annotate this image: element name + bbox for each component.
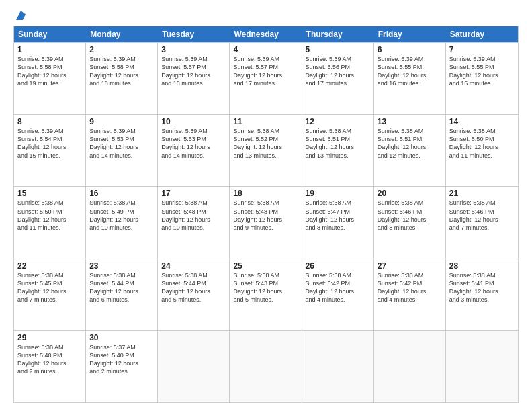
day-info: Sunrise: 5:39 AM Sunset: 5:56 PM Dayligh… — [306, 55, 370, 88]
day-cell-27: 27Sunrise: 5:38 AM Sunset: 5:42 PM Dayli… — [374, 259, 446, 330]
day-number: 21 — [449, 189, 515, 198]
logo-icon — [16, 11, 26, 20]
day-info: Sunrise: 5:38 AM Sunset: 5:48 PM Dayligh… — [161, 199, 226, 232]
day-info: Sunrise: 5:39 AM Sunset: 5:58 PM Dayligh… — [89, 55, 154, 88]
day-number: 18 — [233, 189, 298, 198]
day-cell-12: 12Sunrise: 5:38 AM Sunset: 5:51 PM Dayli… — [302, 115, 374, 186]
day-number: 17 — [161, 189, 226, 198]
day-info: Sunrise: 5:38 AM Sunset: 5:45 PM Dayligh… — [17, 271, 82, 304]
day-info: Sunrise: 5:39 AM Sunset: 5:55 PM Dayligh… — [449, 55, 515, 88]
day-cell-20: 20Sunrise: 5:38 AM Sunset: 5:46 PM Dayli… — [374, 187, 446, 258]
day-number: 12 — [306, 117, 370, 126]
header-day-tuesday: Tuesday — [158, 26, 230, 42]
header-day-wednesday: Wednesday — [230, 26, 302, 42]
day-cell-16: 16Sunrise: 5:38 AM Sunset: 5:49 PM Dayli… — [86, 187, 158, 258]
day-cell-18: 18Sunrise: 5:38 AM Sunset: 5:48 PM Dayli… — [230, 187, 302, 258]
calendar-row-2: 8Sunrise: 5:39 AM Sunset: 5:54 PM Daylig… — [14, 114, 518, 186]
day-number: 20 — [378, 189, 442, 198]
day-info: Sunrise: 5:38 AM Sunset: 5:51 PM Dayligh… — [378, 127, 442, 160]
day-number: 15 — [17, 189, 82, 198]
day-number: 8 — [17, 117, 82, 126]
header-day-sunday: Sunday — [14, 26, 86, 42]
calendar-row-1: 1Sunrise: 5:39 AM Sunset: 5:58 PM Daylig… — [14, 42, 518, 114]
day-cell-26: 26Sunrise: 5:38 AM Sunset: 5:42 PM Dayli… — [302, 259, 374, 330]
day-info: Sunrise: 5:39 AM Sunset: 5:57 PM Dayligh… — [161, 55, 226, 88]
logo-text — [13, 11, 26, 20]
day-info: Sunrise: 5:37 AM Sunset: 5:40 PM Dayligh… — [89, 343, 154, 376]
day-number: 2 — [89, 45, 154, 54]
day-number: 9 — [89, 117, 154, 126]
day-cell-22: 22Sunrise: 5:38 AM Sunset: 5:45 PM Dayli… — [14, 259, 86, 330]
header-day-saturday: Saturday — [446, 26, 518, 42]
day-cell-7: 7Sunrise: 5:39 AM Sunset: 5:55 PM Daylig… — [446, 43, 518, 114]
day-number: 29 — [17, 333, 82, 342]
empty-cell — [158, 331, 230, 402]
day-info: Sunrise: 5:38 AM Sunset: 5:43 PM Dayligh… — [233, 271, 298, 304]
empty-cell — [446, 331, 518, 402]
day-info: Sunrise: 5:38 AM Sunset: 5:50 PM Dayligh… — [449, 127, 515, 160]
day-info: Sunrise: 5:39 AM Sunset: 5:53 PM Dayligh… — [89, 127, 154, 160]
day-cell-29: 29Sunrise: 5:38 AM Sunset: 5:40 PM Dayli… — [14, 331, 86, 402]
calendar-header: SundayMondayTuesdayWednesdayThursdayFrid… — [14, 26, 518, 42]
day-number: 14 — [449, 117, 515, 126]
day-cell-25: 25Sunrise: 5:38 AM Sunset: 5:43 PM Dayli… — [230, 259, 302, 330]
calendar-body: 1Sunrise: 5:39 AM Sunset: 5:58 PM Daylig… — [14, 42, 518, 402]
day-cell-17: 17Sunrise: 5:38 AM Sunset: 5:48 PM Dayli… — [158, 187, 230, 258]
logo — [13, 11, 26, 20]
day-cell-8: 8Sunrise: 5:39 AM Sunset: 5:54 PM Daylig… — [14, 115, 86, 186]
day-cell-2: 2Sunrise: 5:39 AM Sunset: 5:58 PM Daylig… — [86, 43, 158, 114]
calendar-row-3: 15Sunrise: 5:38 AM Sunset: 5:50 PM Dayli… — [14, 186, 518, 258]
day-cell-5: 5Sunrise: 5:39 AM Sunset: 5:56 PM Daylig… — [302, 43, 374, 114]
day-number: 16 — [89, 189, 154, 198]
day-number: 25 — [233, 261, 298, 271]
day-number: 28 — [449, 261, 515, 271]
day-number: 23 — [89, 261, 154, 271]
day-info: Sunrise: 5:38 AM Sunset: 5:42 PM Dayligh… — [378, 271, 442, 304]
day-cell-1: 1Sunrise: 5:39 AM Sunset: 5:58 PM Daylig… — [14, 43, 86, 114]
day-cell-9: 9Sunrise: 5:39 AM Sunset: 5:53 PM Daylig… — [86, 115, 158, 186]
day-number: 13 — [378, 117, 442, 126]
page: SundayMondayTuesdayWednesdayThursdayFrid… — [0, 0, 532, 411]
day-info: Sunrise: 5:39 AM Sunset: 5:53 PM Dayligh… — [161, 127, 226, 160]
day-info: Sunrise: 5:38 AM Sunset: 5:40 PM Dayligh… — [17, 343, 82, 376]
day-cell-13: 13Sunrise: 5:38 AM Sunset: 5:51 PM Dayli… — [374, 115, 446, 186]
day-info: Sunrise: 5:38 AM Sunset: 5:42 PM Dayligh… — [306, 271, 370, 304]
day-number: 11 — [233, 117, 298, 126]
day-info: Sunrise: 5:38 AM Sunset: 5:44 PM Dayligh… — [161, 271, 226, 304]
day-cell-28: 28Sunrise: 5:38 AM Sunset: 5:41 PM Dayli… — [446, 259, 518, 330]
day-number: 24 — [161, 261, 226, 271]
calendar-row-5: 29Sunrise: 5:38 AM Sunset: 5:40 PM Dayli… — [14, 330, 518, 402]
day-number: 10 — [161, 117, 226, 126]
day-number: 4 — [233, 45, 298, 54]
day-info: Sunrise: 5:38 AM Sunset: 5:47 PM Dayligh… — [306, 199, 370, 232]
day-cell-15: 15Sunrise: 5:38 AM Sunset: 5:50 PM Dayli… — [14, 187, 86, 258]
day-number: 27 — [378, 261, 442, 271]
calendar-row-4: 22Sunrise: 5:38 AM Sunset: 5:45 PM Dayli… — [14, 259, 518, 330]
day-cell-6: 6Sunrise: 5:39 AM Sunset: 5:55 PM Daylig… — [374, 43, 446, 114]
day-number: 26 — [306, 261, 370, 271]
day-info: Sunrise: 5:39 AM Sunset: 5:57 PM Dayligh… — [233, 55, 298, 88]
day-cell-3: 3Sunrise: 5:39 AM Sunset: 5:57 PM Daylig… — [158, 43, 230, 114]
day-cell-30: 30Sunrise: 5:37 AM Sunset: 5:40 PM Dayli… — [86, 331, 158, 402]
empty-cell — [302, 331, 374, 402]
day-cell-19: 19Sunrise: 5:38 AM Sunset: 5:47 PM Dayli… — [302, 187, 374, 258]
day-info: Sunrise: 5:39 AM Sunset: 5:54 PM Dayligh… — [17, 127, 82, 160]
day-cell-23: 23Sunrise: 5:38 AM Sunset: 5:44 PM Dayli… — [86, 259, 158, 330]
day-number: 30 — [89, 333, 154, 342]
day-cell-14: 14Sunrise: 5:38 AM Sunset: 5:50 PM Dayli… — [446, 115, 518, 186]
empty-cell — [374, 331, 446, 402]
day-cell-24: 24Sunrise: 5:38 AM Sunset: 5:44 PM Dayli… — [158, 259, 230, 330]
day-info: Sunrise: 5:39 AM Sunset: 5:58 PM Dayligh… — [17, 55, 82, 88]
day-number: 22 — [17, 261, 82, 271]
day-info: Sunrise: 5:38 AM Sunset: 5:49 PM Dayligh… — [89, 199, 154, 232]
day-info: Sunrise: 5:39 AM Sunset: 5:55 PM Dayligh… — [378, 55, 442, 88]
header-day-monday: Monday — [86, 26, 158, 42]
header-day-friday: Friday — [374, 26, 446, 42]
header — [13, 11, 519, 20]
day-info: Sunrise: 5:38 AM Sunset: 5:41 PM Dayligh… — [449, 271, 515, 304]
day-info: Sunrise: 5:38 AM Sunset: 5:44 PM Dayligh… — [89, 271, 154, 304]
day-info: Sunrise: 5:38 AM Sunset: 5:46 PM Dayligh… — [378, 199, 442, 232]
day-cell-10: 10Sunrise: 5:39 AM Sunset: 5:53 PM Dayli… — [158, 115, 230, 186]
day-info: Sunrise: 5:38 AM Sunset: 5:50 PM Dayligh… — [17, 199, 82, 232]
day-cell-21: 21Sunrise: 5:38 AM Sunset: 5:46 PM Dayli… — [446, 187, 518, 258]
